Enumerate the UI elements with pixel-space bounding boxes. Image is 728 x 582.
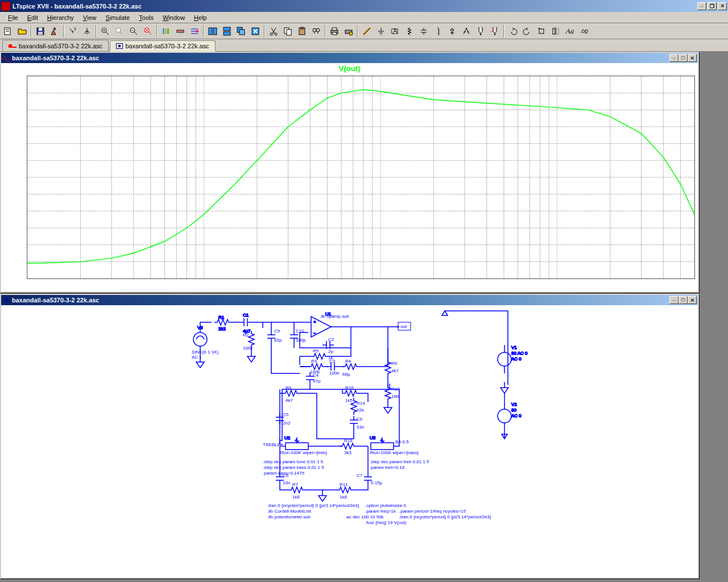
copy-button[interactable]: [281, 25, 295, 38]
cascade-button[interactable]: [234, 25, 248, 38]
place-gnd-button[interactable]: [374, 25, 388, 38]
svg-text:R7: R7: [292, 482, 299, 487]
voltage-source-v2[interactable]: V2 30 AC 0: [498, 402, 522, 430]
tab-waveform[interactable]: baxandall-sa5370-3-2 22k.asc: [2, 40, 109, 51]
svg-rect-2: [39, 28, 42, 31]
spice-directive-button[interactable]: .op: [577, 25, 591, 38]
marching-waves-button[interactable]: [188, 25, 201, 38]
open-button[interactable]: [15, 25, 29, 38]
control-panel-button[interactable]: [48, 25, 61, 38]
potentiometer[interactable]: U5: [370, 435, 394, 450]
trace-label[interactable]: V(out): [1, 64, 698, 73]
paste-button[interactable]: [295, 25, 309, 38]
svg-text:C2: C2: [328, 337, 334, 342]
zoom-fit-button[interactable]: [141, 25, 155, 38]
svg-text:30 AC 0: 30 AC 0: [511, 351, 528, 356]
svg-text:.step dec param tone 0.01 1 5: .step dec param tone 0.01 1 5: [263, 459, 324, 464]
zoom-out-button[interactable]: [127, 25, 140, 38]
svg-text:.param freq=1k: .param freq=1k: [365, 509, 396, 514]
svg-text:U5: U5: [370, 435, 376, 440]
undo-button[interactable]: [506, 25, 520, 38]
cut-button[interactable]: [267, 25, 280, 38]
plot-titlebar[interactable]: baxandall-sa5370-3-2 22k.asc: [1, 53, 698, 63]
svg-text:4k7: 4k7: [391, 368, 399, 373]
save-button[interactable]: [34, 25, 47, 38]
potentiometer[interactable]: U2: [284, 435, 308, 450]
place-cap-button[interactable]: [417, 25, 431, 38]
svg-text:C8: C8: [283, 473, 289, 478]
autorange-x-button[interactable]: [159, 25, 173, 38]
resistor[interactable]: R1 2k2: [214, 315, 231, 331]
menu-tools[interactable]: Tools: [134, 13, 158, 22]
schematic-window[interactable]: baxandall-sa5370-3-2 22k.asc 30 AC 0 V1 …: [0, 294, 699, 579]
menu-view[interactable]: View: [78, 13, 101, 22]
svg-rect-31: [332, 32, 337, 35]
restore-button[interactable]: [708, 2, 717, 10]
child-close-button[interactable]: [688, 54, 697, 62]
svg-text:R15: R15: [345, 385, 354, 390]
place-component-button[interactable]: [460, 25, 473, 38]
y-axis-tick: 43.0dB: [6, 89, 26, 96]
run-button[interactable]: [66, 25, 80, 38]
svg-rect-39: [556, 28, 559, 34]
place-diode-button[interactable]: [445, 25, 459, 38]
redo-button[interactable]: [520, 25, 534, 38]
child-close-button[interactable]: [688, 296, 697, 304]
svg-text:C6: C6: [357, 417, 363, 422]
print-button[interactable]: [328, 25, 341, 38]
svg-rect-14: [209, 28, 212, 35]
menu-window[interactable]: Window: [158, 13, 189, 22]
minimize-button[interactable]: [697, 2, 706, 10]
close-button[interactable]: [718, 2, 727, 10]
menu-hierarchy[interactable]: Hierarchy: [43, 13, 78, 22]
halt-button[interactable]: [80, 25, 94, 38]
schematic-canvas[interactable]: 30 AC 0 V1 AC 0 V2 30 AC 0 V3: [1, 305, 698, 577]
svg-rect-139: [286, 443, 308, 450]
capacitor[interactable]: C1 4µ7: [240, 313, 251, 334]
new-schematic-button[interactable]: [1, 25, 15, 38]
child-maximize-button[interactable]: [679, 54, 688, 62]
rotate-button[interactable]: [535, 25, 548, 38]
svg-text:22k: 22k: [357, 408, 365, 413]
svg-text:.tran 0 {ncycles*period} 0 {pi: .tran 0 {ncycles*period} 0 {pi/3.14*peri…: [267, 503, 359, 508]
pan-button[interactable]: [113, 25, 126, 38]
close-win-button[interactable]: [249, 25, 262, 38]
y-axis-tick: 40.0dB: [6, 191, 26, 198]
draw-wire-button[interactable]: [360, 25, 374, 38]
place-res-button[interactable]: [403, 25, 416, 38]
titlebar: LTspice XVII - baxandall-sa5370-3-2 22k.…: [0, 0, 728, 12]
plot-area[interactable]: V(out) 43.5dB43.0dB42.5dB42.0dB41.5dB41.…: [1, 63, 698, 292]
tab-schematic[interactable]: baxandall-sa5370-3-2 22k.asc: [110, 40, 215, 52]
label-net-button[interactable]: A: [388, 25, 402, 38]
svg-point-33: [349, 32, 353, 35]
tile-vert-button[interactable]: [206, 25, 220, 38]
svg-text:180: 180: [391, 394, 399, 399]
svg-rect-37: [539, 29, 544, 34]
net-label-out[interactable]: out: [398, 322, 411, 330]
svg-text:−: −: [313, 331, 316, 336]
svg-point-86: [498, 352, 511, 366]
child-maximize-button[interactable]: [679, 296, 688, 304]
plot-window[interactable]: baxandall-sa5370-3-2 22k.asc V(out) 43.5…: [0, 52, 699, 293]
schematic-drawing[interactable]: 30 AC 0 V1 AC 0 V2 30 AC 0 V3: [1, 305, 698, 577]
move-button[interactable]: [474, 25, 487, 38]
child-minimize-button[interactable]: [669, 54, 679, 62]
menu-simulate[interactable]: Simulate: [101, 13, 134, 22]
zoom-in-button[interactable]: [98, 25, 112, 38]
tile-horiz-button[interactable]: [220, 25, 234, 38]
find-button[interactable]: [309, 25, 323, 38]
place-ind-button[interactable]: [431, 25, 445, 38]
child-minimize-button[interactable]: [669, 296, 679, 304]
menu-file[interactable]: File: [3, 13, 23, 22]
schematic-titlebar[interactable]: baxandall-sa5370-3-2 22k.asc: [1, 295, 698, 305]
drag-button[interactable]: [488, 25, 502, 38]
place-text-button[interactable]: Aa: [563, 25, 577, 38]
autorange-y-button[interactable]: [173, 25, 187, 38]
svg-text:2k2: 2k2: [218, 326, 226, 331]
menu-help[interactable]: Help: [189, 13, 212, 22]
menu-edit[interactable]: Edit: [23, 13, 43, 22]
svg-rect-10: [165, 28, 167, 34]
mirror-button[interactable]: [549, 25, 562, 38]
voltage-source-v1[interactable]: 30 AC 0 V1 AC 0: [498, 345, 528, 373]
print-setup-button[interactable]: [342, 25, 355, 38]
